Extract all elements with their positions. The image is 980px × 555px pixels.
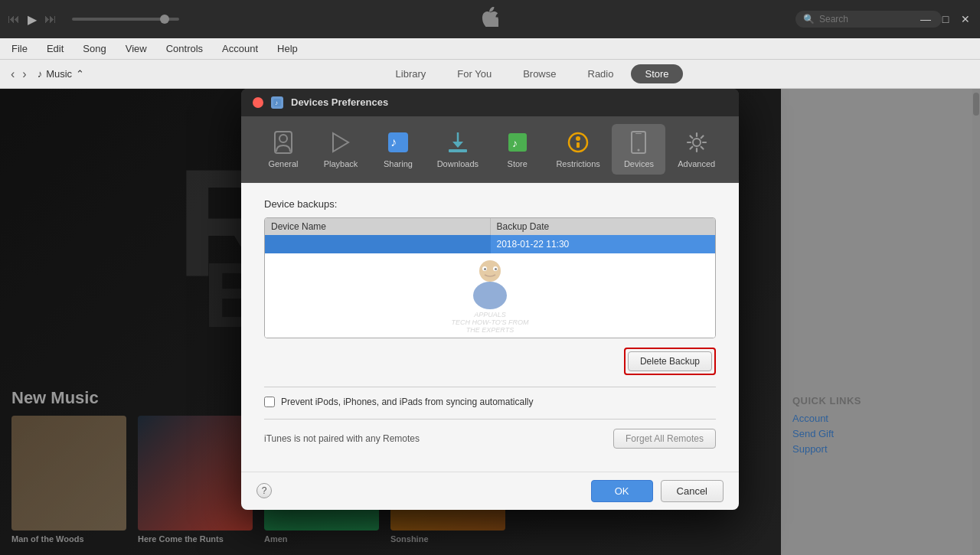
maximize-button[interactable]: □ [939, 12, 952, 26]
toolbar-store[interactable]: ♪ Store [491, 124, 544, 175]
back-button[interactable]: ‹ [8, 66, 18, 83]
toolbar-advanced[interactable]: Advanced [669, 124, 724, 175]
delete-backup-button[interactable]: Delete Backup [628, 351, 712, 371]
gear-icon [684, 130, 709, 155]
dialog-title-text: Devices Preferences [291, 96, 388, 108]
svg-point-22 [484, 268, 486, 270]
menu-view[interactable]: View [122, 41, 151, 56]
svg-point-18 [479, 260, 501, 282]
remote-info-text: iTunes is not paired with any Remotes [264, 433, 420, 444]
divider-2 [264, 419, 716, 420]
prevent-sync-checkbox[interactable] [264, 397, 275, 407]
minimize-button[interactable]: — [919, 12, 933, 26]
menu-song[interactable]: Song [79, 41, 109, 56]
dialog-body: Device backups: Device Name Backup Date … [241, 183, 739, 472]
svg-text:♪: ♪ [390, 135, 397, 149]
device-backups-label: Device backups: [264, 198, 716, 210]
remote-info-row: iTunes is not paired with any Remotes Fo… [264, 429, 716, 449]
nav-arrows: ‹ › [8, 66, 30, 83]
svg-point-15 [638, 149, 640, 151]
chevron-icon: ⌃ [76, 68, 84, 80]
menu-file[interactable]: File [8, 41, 31, 56]
svg-point-23 [495, 268, 497, 270]
backup-date: 2018-01-22 11:30 [491, 235, 716, 253]
menu-help[interactable]: Help [273, 41, 302, 56]
sharing-icon: ♪ [386, 130, 410, 155]
menu-account[interactable]: Account [218, 41, 262, 56]
toolbar-playback[interactable]: Playback [314, 124, 368, 175]
backup-device-name [265, 235, 491, 253]
itunes-window: ⏮ ▶ ⏭ 🔍 — □ ✕ File Edit Song View Contro… [0, 0, 980, 555]
toolbar-sharing[interactable]: ♪ Sharing [371, 124, 425, 175]
toolbar-store-label: Store [508, 159, 528, 168]
devices-icon [626, 130, 651, 155]
ok-button[interactable]: OK [591, 480, 653, 502]
table-row[interactable]: 2018-01-22 11:30 [265, 235, 715, 253]
toolbar-general[interactable]: General [256, 124, 310, 175]
tab-browse[interactable]: Browse [509, 64, 570, 83]
backup-col-date: Backup Date [491, 218, 716, 235]
tab-library[interactable]: Library [382, 64, 440, 83]
backup-table: Device Name Backup Date 2018-01-22 11:30 [264, 217, 716, 338]
cancel-button[interactable]: Cancel [661, 480, 724, 502]
divider-1 [264, 387, 716, 387]
watermark: APPUALSTECH HOW-TO'S FROMTHE EXPERTS [452, 257, 529, 334]
menu-bar: File Edit Song View Controls Account Hel… [0, 38, 980, 60]
svg-text:♪: ♪ [512, 137, 518, 149]
tab-foryou[interactable]: For You [443, 64, 505, 83]
toolbar-restrictions[interactable]: Restrictions [548, 124, 609, 175]
footer-buttons: OK Cancel [591, 480, 724, 502]
devices-preferences-dialog: ♪ Devices Preferences [241, 89, 739, 510]
play-button[interactable]: ▶ [28, 12, 37, 27]
progress-thumb [160, 15, 169, 24]
toolbar-downloads-label: Downloads [437, 159, 479, 168]
tab-store[interactable]: Store [631, 64, 682, 83]
checkbox-row: Prevent iPods, iPhones, and iPads from s… [264, 397, 716, 407]
forward-button[interactable]: › [19, 66, 29, 83]
svg-marker-4 [333, 133, 348, 152]
svg-rect-8 [449, 149, 467, 152]
window-controls: — □ ✕ [919, 12, 972, 26]
prevent-sync-label: Prevent iPods, iPhones, and iPads from s… [281, 397, 534, 407]
main-content: R BL New Music Man of the Woods Here Com… [0, 89, 980, 555]
person-icon [271, 130, 296, 155]
svg-marker-7 [452, 142, 463, 148]
apple-logo [482, 7, 498, 31]
transport-controls: ⏮ ▶ ⏭ [8, 12, 57, 27]
store-icon: ♪ [505, 130, 530, 155]
rewind-button[interactable]: ⏮ [8, 12, 20, 26]
modal-overlay: ♪ Devices Preferences [0, 89, 980, 555]
close-button[interactable]: ✕ [959, 12, 972, 26]
help-button[interactable]: ? [256, 483, 272, 498]
toolbar-downloads[interactable]: Downloads [429, 124, 487, 175]
menu-controls[interactable]: Controls [162, 41, 207, 56]
forget-remotes-button[interactable]: Forget All Remotes [613, 429, 716, 449]
title-bar: ⏮ ▶ ⏭ 🔍 — □ ✕ [0, 0, 980, 38]
progress-bar[interactable] [72, 18, 179, 21]
menu-edit[interactable]: Edit [43, 41, 67, 56]
dialog-close-button[interactable] [253, 97, 263, 108]
toolbar-devices[interactable]: Devices [612, 124, 665, 175]
backup-col-device: Device Name [265, 218, 491, 235]
search-input[interactable] [819, 14, 934, 24]
svg-rect-13 [577, 142, 580, 148]
nav-bar: ‹ › ♪ Music ⌃ Library For You Browse Rad… [0, 60, 980, 89]
music-label: ♪ Music ⌃ [38, 68, 84, 80]
nav-tabs: Library For You Browse Radio Store [382, 64, 683, 83]
svg-text:♪: ♪ [275, 100, 278, 106]
svg-point-3 [279, 135, 287, 142]
music-note-icon: ♪ [38, 68, 43, 80]
toolbar-restrictions-label: Restrictions [556, 159, 599, 168]
restrictions-icon [566, 130, 590, 155]
toolbar-general-label: General [268, 159, 298, 168]
svg-rect-9 [508, 133, 527, 152]
tab-radio[interactable]: Radio [574, 64, 628, 83]
svg-rect-16 [635, 133, 642, 134]
fast-forward-button[interactable]: ⏭ [44, 12, 57, 26]
delete-backup-area: Delete Backup [264, 348, 716, 375]
backup-table-header: Device Name Backup Date [265, 218, 715, 235]
delete-backup-highlight: Delete Backup [624, 348, 716, 375]
download-icon [446, 130, 470, 155]
svg-point-12 [576, 136, 580, 141]
search-icon: 🔍 [803, 14, 815, 24]
